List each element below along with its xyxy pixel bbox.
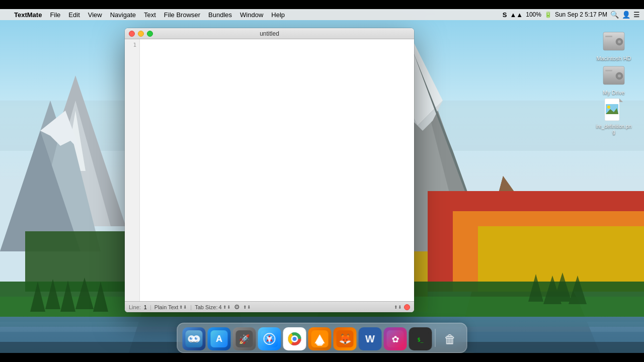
svg-point-48 xyxy=(618,74,621,77)
line-value: 1 xyxy=(144,304,147,310)
svg-point-60 xyxy=(191,337,192,338)
svg-marker-51 xyxy=(619,99,623,102)
record-button[interactable] xyxy=(404,304,410,310)
list-menu-icon[interactable]: ☰ xyxy=(633,11,640,19)
status-bar-left: Line: 1 | Plain Text ⬆⬇ | Tab Size: 4 ⬆⬇… xyxy=(129,303,251,311)
svg-text:🚀: 🚀 xyxy=(239,334,251,345)
dock-separator xyxy=(435,329,436,347)
textmate-window: untitled 1 Line: 1 | Plain Text ⬆⬇ | Tab… xyxy=(125,28,414,312)
svg-text:W: W xyxy=(365,333,375,344)
minimize-button[interactable] xyxy=(138,31,144,37)
menu-bar-left: TextMate File Edit View Navigate Text Fi… xyxy=(0,9,503,20)
line-label: Line: xyxy=(129,304,141,310)
desktop-icon-ire-definition[interactable]: ire_definition.png xyxy=(594,98,634,135)
dock-icon-app5[interactable]: ✿ xyxy=(384,327,407,350)
svg-rect-46 xyxy=(605,70,612,71)
my-drive-icon xyxy=(602,63,626,87)
svg-point-59 xyxy=(195,337,197,340)
dock-icon-appstore[interactable]: A xyxy=(208,327,231,350)
svg-rect-82 xyxy=(317,345,323,346)
editor-container: 1 xyxy=(125,39,414,301)
wifi-icon: ▲▲ xyxy=(510,11,523,19)
svg-text:🦊: 🦊 xyxy=(339,333,351,345)
tab-size-value: 4 xyxy=(218,304,221,310)
status-stepper-arrows[interactable]: ⬆⬇ xyxy=(394,305,402,310)
svg-point-61 xyxy=(196,337,197,338)
syntax-selector[interactable]: Plain Text ⬆⬇ xyxy=(154,304,188,310)
svg-text:🗑: 🗑 xyxy=(444,332,456,346)
svg-text:A: A xyxy=(216,334,222,344)
svg-point-78 xyxy=(293,337,297,341)
svg-point-44 xyxy=(618,40,621,43)
edit-menu[interactable]: Edit xyxy=(64,9,84,20)
gear-settings-icon[interactable]: ⚙ xyxy=(234,303,240,311)
ire-definition-label: ire_definition.png xyxy=(594,123,634,135)
dock-icon-finder[interactable] xyxy=(183,327,206,350)
dock-icon-chrome[interactable] xyxy=(283,327,306,350)
status-divider-2: | xyxy=(190,304,192,310)
window-controls xyxy=(129,31,153,37)
desktop-icon-macintosh-hd[interactable]: Macintosh HD xyxy=(594,29,634,62)
view-menu[interactable]: View xyxy=(84,9,106,20)
line-number-1: 1 xyxy=(125,41,136,50)
status-bar-right: ⬆⬇ xyxy=(394,304,410,310)
desktop-icon-my-drive[interactable]: My Drive xyxy=(594,63,634,96)
tab-size-arrows: ⬆⬇ xyxy=(223,305,231,310)
settings-arrows[interactable]: ⬆⬇ xyxy=(243,305,251,310)
svg-rect-81 xyxy=(316,343,324,345)
window-title-bar: untitled xyxy=(125,28,414,39)
search-icon[interactable]: 🔍 xyxy=(610,11,619,19)
datetime-display: Sun Sep 2 5:17 PM xyxy=(555,11,607,18)
window-menu[interactable]: Window xyxy=(236,9,267,20)
user-icon[interactable]: 👤 xyxy=(622,11,630,19)
app-name-menu[interactable]: TextMate xyxy=(10,9,46,20)
close-button[interactable] xyxy=(129,31,135,37)
dock: A 🚀 xyxy=(177,323,467,353)
bundles-menu[interactable]: Bundles xyxy=(204,9,236,20)
dock-icon-trash[interactable]: 🗑 xyxy=(439,327,462,350)
dock-icon-launchpad[interactable]: 🚀 xyxy=(233,327,256,350)
tab-size-label: Tab Size: xyxy=(195,304,217,310)
status-bar: Line: 1 | Plain Text ⬆⬇ | Tab Size: 4 ⬆⬇… xyxy=(125,301,414,312)
svg-point-58 xyxy=(190,337,192,340)
status-divider-1: | xyxy=(150,304,151,310)
line-numbers-gutter: 1 xyxy=(125,39,140,301)
text-menu[interactable]: Text xyxy=(140,9,160,20)
dock-icon-word[interactable]: W xyxy=(359,327,382,350)
syntax-value: Plain Text xyxy=(154,304,179,310)
app-name-label: TextMate xyxy=(14,11,42,19)
menu-bar: TextMate File Edit View Navigate Text Fi… xyxy=(0,9,644,20)
svg-text:✿: ✿ xyxy=(391,334,399,344)
macintosh-hd-label: Macintosh HD xyxy=(595,55,632,62)
dock-icon-terminal[interactable]: $_ xyxy=(409,327,432,350)
dock-icon-vlc[interactable] xyxy=(308,327,332,350)
file-menu[interactable]: File xyxy=(46,9,64,20)
dock-icon-safari[interactable] xyxy=(258,327,281,350)
file-browser-menu[interactable]: File Browser xyxy=(160,9,204,20)
macintosh-hd-icon xyxy=(602,29,626,53)
battery-indicator: 100% xyxy=(526,11,541,18)
help-menu[interactable]: Help xyxy=(267,9,289,20)
navigate-menu[interactable]: Navigate xyxy=(106,9,140,20)
window-title: untitled xyxy=(260,30,279,37)
dock-icon-firefox[interactable]: 🦊 xyxy=(334,327,357,350)
editor-textarea[interactable] xyxy=(140,39,414,301)
svg-rect-42 xyxy=(605,36,612,37)
s-status-icon: S xyxy=(503,11,507,19)
my-drive-label: My Drive xyxy=(601,89,626,96)
apple-menu[interactable] xyxy=(0,9,10,20)
ire-definition-icon xyxy=(602,98,626,122)
tab-size-selector[interactable]: Tab Size: 4 ⬆⬇ xyxy=(195,304,230,310)
syntax-arrows: ⬆⬇ xyxy=(179,305,187,310)
maximize-button[interactable] xyxy=(147,31,153,37)
menu-bar-right: S ▲▲ 100% 🔋 Sun Sep 2 5:17 PM 🔍 👤 ☰ xyxy=(503,11,644,19)
black-bar-top xyxy=(0,0,644,9)
battery-icon: 🔋 xyxy=(544,11,552,18)
svg-text:$_: $_ xyxy=(417,337,424,343)
svg-point-54 xyxy=(607,106,610,109)
black-bar-bottom xyxy=(0,353,644,362)
